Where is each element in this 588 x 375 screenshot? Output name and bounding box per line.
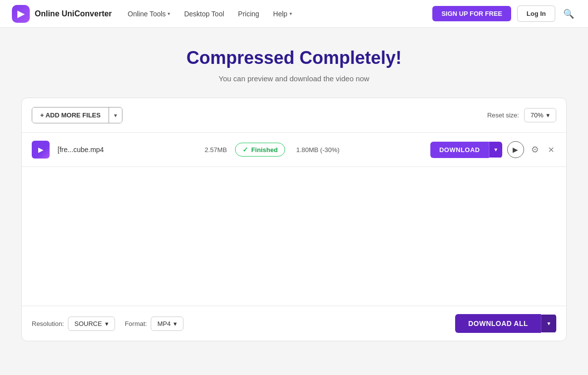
- play-icon: ▶: [513, 146, 518, 154]
- download-button-group: DOWNLOAD ▾: [430, 142, 502, 158]
- resolution-dropdown[interactable]: SOURCE ▾: [68, 317, 115, 331]
- download-all-button[interactable]: DOWNLOAD ALL: [455, 314, 541, 333]
- status-label: Finished: [251, 146, 278, 154]
- signup-button[interactable]: SIGN UP FOR FREE: [432, 6, 511, 21]
- file-actions: DOWNLOAD ▾ ▶ ⚙ ✕: [430, 141, 556, 158]
- search-button[interactable]: 🔍: [561, 6, 576, 21]
- status-badge: ✓ Finished: [235, 143, 285, 157]
- file-name: [fre...cube.mp4: [58, 146, 117, 154]
- format-dropdown[interactable]: MP4 ▾: [151, 317, 183, 331]
- format-label: Format:: [125, 320, 147, 327]
- add-files-button-group: + ADD MORE FILES ▾: [32, 107, 122, 123]
- chevron-down-icon: ▾: [114, 112, 117, 119]
- brand-logo-icon: ▶: [12, 5, 30, 23]
- navbar: ▶ Online UniConverter Online Tools ▾ Des…: [0, 0, 588, 28]
- tool-panel: + ADD MORE FILES ▾ Reset size: 70% ▾ ▶ […: [21, 98, 567, 341]
- file-type-icon: ▶: [32, 141, 50, 159]
- page-subtitle: You can preview and download the video n…: [21, 74, 567, 83]
- login-button[interactable]: Log In: [517, 5, 555, 22]
- file-compressed-size: 1.80MB (-30%): [293, 146, 343, 154]
- format-group: Format: MP4 ▾: [125, 317, 184, 331]
- gear-icon: ⚙: [531, 145, 539, 155]
- chevron-down-icon: ▾: [547, 320, 550, 327]
- chevron-down-icon: ▾: [546, 111, 550, 119]
- chevron-down-icon: ▾: [290, 11, 292, 16]
- format-value: MP4: [157, 320, 171, 327]
- empty-drop-area: [22, 167, 566, 306]
- reset-size-value: 70%: [530, 111, 543, 119]
- add-files-dropdown-button[interactable]: ▾: [109, 108, 122, 123]
- download-all-button-group: DOWNLOAD ALL ▾: [455, 314, 556, 333]
- nav-links: Online Tools ▾ Desktop Tool Pricing Help…: [128, 10, 417, 18]
- play-button[interactable]: ▶: [507, 141, 524, 158]
- download-dropdown-button[interactable]: ▾: [489, 142, 502, 158]
- nav-pricing[interactable]: Pricing: [238, 10, 259, 18]
- nav-actions: SIGN UP FOR FREE Log In 🔍: [432, 5, 576, 22]
- chevron-down-icon: ▾: [168, 11, 170, 16]
- top-toolbar: + ADD MORE FILES ▾ Reset size: 70% ▾: [22, 98, 566, 133]
- chevron-down-icon: ▾: [174, 320, 177, 327]
- close-button[interactable]: ✕: [546, 143, 556, 157]
- nav-help[interactable]: Help ▾: [273, 10, 292, 18]
- bottom-toolbar: Resolution: SOURCE ▾ Format: MP4 ▾ DOWNL…: [22, 306, 566, 341]
- resolution-value: SOURCE: [74, 320, 102, 327]
- page-title: Compressed Completely!: [21, 48, 567, 68]
- brand-name: Online UniConverter: [35, 9, 112, 18]
- reset-size-label: Reset size:: [487, 111, 519, 119]
- nav-desktop-tool[interactable]: Desktop Tool: [184, 10, 224, 18]
- resolution-group: Resolution: SOURCE ▾: [32, 317, 115, 331]
- add-files-button[interactable]: + ADD MORE FILES: [32, 107, 109, 123]
- search-icon: 🔍: [563, 9, 574, 19]
- main-content: Compressed Completely! You can preview a…: [11, 28, 577, 351]
- brand: ▶ Online UniConverter: [12, 5, 112, 23]
- nav-online-tools[interactable]: Online Tools ▾: [128, 10, 171, 18]
- table-row: ▶ [fre...cube.mp4 2.57MB ✓ Finished 1.80…: [22, 133, 566, 166]
- download-button[interactable]: DOWNLOAD: [430, 142, 489, 158]
- download-all-dropdown-button[interactable]: ▾: [541, 315, 556, 332]
- chevron-down-icon: ▾: [494, 146, 497, 153]
- settings-button[interactable]: ⚙: [529, 142, 541, 157]
- reset-size-dropdown[interactable]: 70% ▾: [524, 108, 556, 122]
- chevron-down-icon: ▾: [105, 320, 109, 327]
- file-original-size: 2.57MB: [205, 146, 227, 154]
- reset-size-group: Reset size: 70% ▾: [487, 108, 556, 122]
- file-list: ▶ [fre...cube.mp4 2.57MB ✓ Finished 1.80…: [22, 133, 566, 167]
- close-icon: ✕: [548, 146, 554, 154]
- resolution-label: Resolution:: [32, 320, 64, 327]
- check-icon: ✓: [242, 146, 248, 154]
